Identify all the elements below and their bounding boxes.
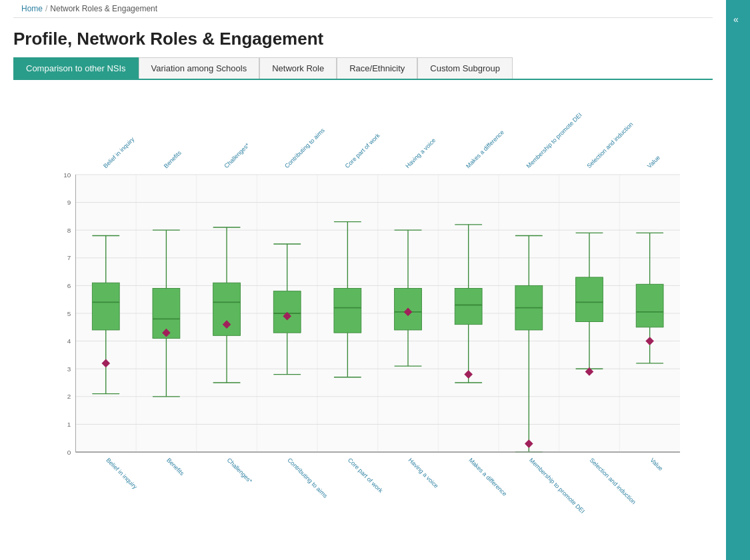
breadcrumb: Home / Network Roles & Engagement bbox=[13, 0, 713, 18]
tabs-container: Comparison to other NSIs Variation among… bbox=[13, 57, 713, 80]
svg-text:Core part of work: Core part of work bbox=[344, 132, 381, 169]
box-plot-chart: 012345678910Belief in inquiryBelief in i… bbox=[47, 107, 686, 520]
svg-text:Having a voice: Having a voice bbox=[407, 457, 440, 489]
page-title: Profile, Network Roles & Engagement bbox=[13, 18, 713, 57]
svg-text:Belief in inquiry: Belief in inquiry bbox=[105, 457, 139, 491]
svg-text:4: 4 bbox=[67, 337, 71, 345]
svg-text:Benefits: Benefits bbox=[165, 457, 185, 477]
sidebar-toggle-button[interactable]: « bbox=[726, 0, 750, 560]
svg-rect-36 bbox=[92, 283, 119, 330]
svg-text:Makes a difference: Makes a difference bbox=[467, 457, 508, 497]
breadcrumb-separator: / bbox=[45, 4, 47, 13]
svg-text:Challenges*: Challenges* bbox=[223, 141, 251, 169]
tab-variation[interactable]: Variation among Schools bbox=[139, 57, 260, 79]
svg-text:Belief in inquiry: Belief in inquiry bbox=[102, 136, 136, 170]
tab-network[interactable]: Network Role bbox=[259, 57, 337, 79]
svg-rect-116 bbox=[636, 284, 663, 327]
svg-text:0: 0 bbox=[67, 449, 71, 456]
svg-rect-89 bbox=[455, 289, 482, 325]
svg-text:Benefits: Benefits bbox=[163, 149, 183, 169]
breadcrumb-current: Network Roles & Engagement bbox=[50, 4, 157, 13]
tab-comparison[interactable]: Comparison to other NSIs bbox=[13, 57, 139, 79]
svg-text:Core part of work: Core part of work bbox=[347, 457, 384, 494]
svg-rect-72 bbox=[334, 289, 361, 333]
svg-text:8: 8 bbox=[67, 227, 71, 234]
svg-text:Selection and induction: Selection and induction bbox=[585, 121, 634, 169]
svg-text:1: 1 bbox=[67, 421, 71, 428]
svg-text:5: 5 bbox=[67, 310, 71, 317]
svg-text:Contributing to aims: Contributing to aims bbox=[283, 127, 326, 169]
svg-text:2: 2 bbox=[67, 393, 71, 400]
svg-text:Membership to promote DEI: Membership to promote DEI bbox=[525, 111, 583, 169]
svg-text:Makes a difference: Makes a difference bbox=[465, 129, 505, 169]
chart-area: 012345678910Belief in inquiryBelief in i… bbox=[13, 93, 713, 560]
svg-text:7: 7 bbox=[67, 254, 71, 261]
svg-text:6: 6 bbox=[67, 282, 71, 289]
svg-text:10: 10 bbox=[63, 171, 71, 179]
svg-text:«: « bbox=[733, 14, 739, 25]
svg-text:9: 9 bbox=[67, 199, 71, 206]
svg-text:3: 3 bbox=[67, 365, 71, 373]
svg-text:Challenges*: Challenges* bbox=[226, 457, 254, 485]
svg-text:Value: Value bbox=[649, 457, 664, 472]
tab-race[interactable]: Race/Ethnicity bbox=[337, 57, 417, 79]
svg-text:Value: Value bbox=[646, 154, 661, 169]
svg-text:Selection and induction: Selection and induction bbox=[589, 457, 637, 505]
svg-text:Contributing to aims: Contributing to aims bbox=[286, 457, 329, 499]
svg-rect-107 bbox=[576, 277, 603, 322]
svg-text:Membership to promote DEI: Membership to promote DEI bbox=[528, 457, 586, 515]
svg-text:Having a voice: Having a voice bbox=[404, 137, 437, 169]
tab-custom[interactable]: Custom Subgroup bbox=[417, 57, 513, 79]
breadcrumb-home[interactable]: Home bbox=[21, 4, 43, 13]
